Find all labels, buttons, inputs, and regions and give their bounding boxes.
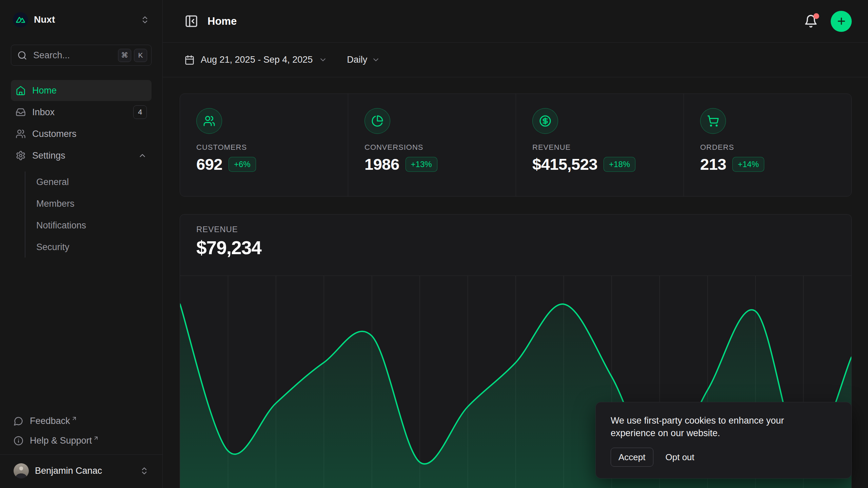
k-kbd: K <box>134 49 147 62</box>
stat-label: REVENUE <box>532 143 667 152</box>
users-icon <box>16 129 26 139</box>
date-range-label: Aug 21, 2025 - Sep 4, 2025 <box>201 55 313 65</box>
sidebar: Nuxt Search... ⌘ K Home <box>0 0 163 488</box>
avatar <box>14 463 29 479</box>
help-support-link[interactable]: Help & Support <box>11 431 152 450</box>
chevron-down-icon <box>319 56 327 64</box>
user-menu[interactable]: Benjamin Canac <box>11 458 152 483</box>
arrow-up-right-icon <box>93 435 99 441</box>
workspace-name: Nuxt <box>34 14 135 25</box>
inbox-count-badge: 4 <box>133 105 147 119</box>
cart-icon <box>700 108 726 134</box>
sidebar-item-settings[interactable]: Settings <box>11 145 152 166</box>
cookie-banner: We use first-party cookies to enhance yo… <box>595 402 852 479</box>
accept-button[interactable]: Accept <box>611 448 653 467</box>
stat-conversions[interactable]: CONVERSIONS 1986 +13% <box>348 94 516 196</box>
sidebar-item-home[interactable]: Home <box>11 80 152 101</box>
stat-revenue[interactable]: REVENUE $415,523 +18% <box>516 94 684 196</box>
stat-label: ORDERS <box>700 143 835 152</box>
date-range-picker[interactable]: Aug 21, 2025 - Sep 4, 2025 <box>184 55 327 65</box>
app-root: Nuxt Search... ⌘ K Home <box>0 0 868 488</box>
chevron-down-icon <box>372 56 380 64</box>
add-button[interactable] <box>831 11 852 32</box>
sidebar-item-general[interactable]: General <box>25 171 152 192</box>
stat-delta-badge: +14% <box>732 157 764 172</box>
pie-chart-icon <box>364 108 390 134</box>
sidebar-nav: Home Inbox 4 Customers Settings <box>11 80 152 258</box>
command-kbd: ⌘ <box>118 49 131 62</box>
stat-value: 1986 <box>364 155 399 174</box>
arrow-up-right-icon <box>71 415 77 422</box>
info-icon <box>14 436 23 446</box>
inbox-icon <box>16 107 26 117</box>
search-placeholder: Search... <box>33 50 112 61</box>
dollar-circle-icon <box>532 108 558 134</box>
stat-label: CONVERSIONS <box>364 143 499 152</box>
sidebar-item-inbox[interactable]: Inbox 4 <box>11 102 152 123</box>
stat-label: CUSTOMERS <box>196 143 332 152</box>
workspace-switcher[interactable]: Nuxt <box>11 9 152 30</box>
filter-bar: Aug 21, 2025 - Sep 4, 2025 Daily <box>163 43 868 77</box>
sidebar-footer: Feedback Help & Support Benjamin Canac <box>11 411 152 483</box>
sidebar-divider <box>0 454 162 455</box>
top-bar: Home <box>163 0 868 43</box>
chevrons-up-down-icon <box>140 466 149 475</box>
opt-out-button[interactable]: Opt out <box>666 452 694 463</box>
search-icon <box>17 50 27 60</box>
revenue-panel-value: $79,234 <box>196 237 835 259</box>
stat-value: 213 <box>700 155 726 174</box>
page-title: Home <box>208 15 804 27</box>
search-input[interactable]: Search... ⌘ K <box>11 45 152 66</box>
plus-icon <box>836 16 847 26</box>
chevron-up-icon <box>138 151 147 160</box>
message-circle-icon <box>14 416 23 426</box>
home-icon <box>16 85 26 96</box>
stats-row: CUSTOMERS 692 +6% CONVERSIONS 1986 +13% <box>180 94 852 197</box>
chevrons-up-down-icon <box>140 15 150 24</box>
stat-customers[interactable]: CUSTOMERS 692 +6% <box>180 94 348 196</box>
cookie-message: We use first-party cookies to enhance yo… <box>611 414 814 440</box>
sidebar-item-customers[interactable]: Customers <box>11 123 152 144</box>
feedback-link[interactable]: Feedback <box>11 411 152 431</box>
stat-value: $415,523 <box>532 155 597 174</box>
granularity-select[interactable]: Daily <box>347 55 380 65</box>
stat-orders[interactable]: ORDERS 213 +14% <box>684 94 851 196</box>
revenue-panel-label: REVENUE <box>196 225 835 234</box>
sidebar-collapse-button[interactable] <box>184 14 198 28</box>
granularity-label: Daily <box>347 55 367 65</box>
users-icon <box>196 108 222 134</box>
stat-delta-badge: +18% <box>604 157 635 172</box>
sidebar-item-notifications[interactable]: Notifications <box>25 215 152 236</box>
stat-delta-badge: +6% <box>229 157 256 172</box>
settings-subnav: General Members Notifications Security <box>25 171 152 258</box>
stat-value: 692 <box>196 155 222 174</box>
sidebar-item-security[interactable]: Security <box>25 237 152 258</box>
stat-delta-badge: +13% <box>406 157 437 172</box>
notification-dot <box>813 13 819 19</box>
nuxt-logo-icon <box>13 12 28 27</box>
user-name: Benjamin Canac <box>35 466 134 476</box>
gear-icon <box>16 150 26 161</box>
calendar-icon <box>184 55 195 65</box>
notifications-button[interactable] <box>804 14 818 28</box>
sidebar-item-members[interactable]: Members <box>25 193 152 214</box>
search-shortcut: ⌘ K <box>118 49 147 62</box>
